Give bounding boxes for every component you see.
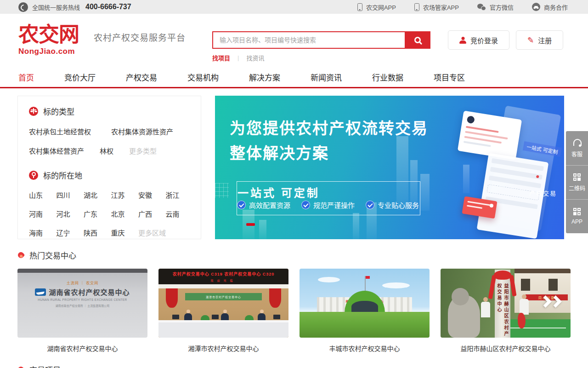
- search-tab-news[interactable]: 找资讯: [246, 53, 264, 62]
- type-link-collective-resources[interactable]: 农村集体资源性资产: [111, 126, 173, 136]
- region-link-more[interactable]: 更多区域: [138, 228, 193, 237]
- region-link[interactable]: 海南: [29, 228, 57, 237]
- subject-region-header: 标的所在地: [29, 169, 201, 181]
- nav-item-bidding-hall[interactable]: 竞价大厅: [64, 71, 96, 83]
- center-photo[interactable]: 农村产权交易中心 C319 农村产权交易中心 C320 欢迎光临 湘潭市农村产权…: [158, 269, 288, 338]
- person: [481, 297, 490, 326]
- monitor: [273, 315, 280, 319]
- hot-centers-title: 热门交易中心: [29, 249, 76, 261]
- cloud: [382, 282, 410, 288]
- topbar-link-wechat[interactable]: 官方微信: [477, 3, 514, 12]
- nav-item-home[interactable]: 首页: [18, 71, 34, 83]
- red-curtain: [269, 288, 281, 308]
- region-link[interactable]: 云南: [166, 209, 193, 218]
- type-link-collective-assets[interactable]: 农村集体经营资产: [29, 146, 84, 155]
- nav-item-news[interactable]: 新闻资讯: [311, 71, 342, 83]
- region-link[interactable]: 四川: [57, 190, 84, 200]
- green-court: [502, 319, 571, 338]
- topbar-link-cooperation[interactable]: 商务合作: [532, 3, 568, 12]
- region-link[interactable]: 北京: [111, 209, 139, 218]
- red-curtain: [166, 288, 178, 308]
- center-card-hunan[interactable]: 土流网 ｜ 农交网 湖南省农村产权交易中心 HUNAN RURAL PROPER…: [17, 269, 147, 353]
- nav-item-industry-data[interactable]: 行业数据: [372, 71, 403, 83]
- sidebar-item-customer-service[interactable]: 客服: [566, 131, 588, 165]
- qrcode-icon: [573, 208, 581, 215]
- nav-item-property-trade[interactable]: 产权交易: [126, 71, 157, 83]
- site-tagline: 农村产权交易服务平台: [94, 31, 186, 67]
- projects-title: 交易项目: [29, 364, 61, 368]
- type-link-forest-rights[interactable]: 林权: [100, 146, 113, 155]
- handshake-icon: [532, 3, 540, 11]
- register-label: 注册: [538, 35, 552, 45]
- logo[interactable]: 农交网 NongJiao.com: [18, 23, 84, 67]
- sidebar-item-app[interactable]: APP: [566, 199, 588, 233]
- center-caption[interactable]: 湖南省农村产权交易中心: [17, 344, 147, 353]
- flag: [366, 276, 370, 279]
- region-link[interactable]: 浙江: [166, 190, 193, 200]
- banner-illustration: 一站式 可定制 产权交易: [458, 109, 559, 236]
- ceiling: [158, 284, 288, 288]
- projects-header: 交易项目: [17, 364, 571, 368]
- center-caption[interactable]: 丰城市农村产权交易中心: [300, 344, 430, 353]
- search-tab-divider: |: [237, 54, 239, 61]
- center-logo-icon: [35, 288, 46, 296]
- monitor: [212, 315, 219, 319]
- feature-item: 高效配置资源: [237, 200, 290, 210]
- region-link[interactable]: 广东: [84, 209, 111, 218]
- region-link[interactable]: 河北: [57, 209, 84, 218]
- green-arch: [345, 291, 385, 314]
- grid-pattern: [215, 183, 229, 198]
- feature-label: 规范严谨操作: [313, 200, 355, 210]
- center-card-yiyang[interactable]: 同心创建 益阳市赫山区农村产权交易中心 益阳市赫山区农村产权交易中心: [441, 269, 571, 353]
- center-caption[interactable]: 湘潭市农村产权交易中心: [158, 344, 288, 353]
- carousel-indicator[interactable]: [246, 223, 255, 226]
- headset-icon: [572, 139, 582, 147]
- topbar-link-app[interactable]: 农交网APP: [357, 3, 396, 12]
- hero-banner[interactable]: 为您提供农村产权流转交易 整体解决方案 一站式 可定制 高效配置资源 规范严谨操…: [215, 96, 564, 239]
- register-button[interactable]: ✎ 注册: [516, 30, 563, 50]
- red-ribbon: [494, 270, 511, 280]
- logo-cn-text: 农交网: [18, 23, 84, 47]
- topbar-link-label: 农交网APP: [366, 3, 396, 12]
- sign-english: HUNAN RURAL PROPERTY RIGHTS EXCHANGE CEN…: [25, 298, 140, 301]
- region-link[interactable]: 辽宁: [57, 228, 84, 237]
- region-link[interactable]: 山东: [29, 190, 57, 200]
- region-link[interactable]: 安徽: [138, 190, 166, 200]
- stone-lion: [448, 295, 480, 338]
- region-link[interactable]: 江苏: [111, 190, 139, 200]
- bid-login-button[interactable]: 竞价登录: [448, 30, 509, 50]
- search-button[interactable]: [405, 31, 430, 49]
- sidebar-item-label: 客服: [571, 150, 582, 158]
- hot-center-cards: 土流网 ｜ 农交网 湖南省农村产权交易中心 HUNAN RURAL PROPER…: [17, 269, 571, 353]
- nav-item-institutions[interactable]: 交易机构: [187, 71, 219, 83]
- search-tabs: 找项目 | 找资讯: [212, 53, 430, 62]
- center-photo[interactable]: 土流网 ｜ 农交网 湖南省农村产权交易中心 HUNAN RURAL PROPER…: [17, 269, 147, 338]
- topbar-link-farm-app[interactable]: 农场管家APP: [414, 3, 459, 12]
- sidebar-item-qrcode[interactable]: 二维码: [566, 165, 588, 199]
- sign-title: 湖南省农村产权交易中心: [25, 287, 140, 297]
- scales-icon: [29, 107, 38, 116]
- region-link[interactable]: 河南: [29, 209, 57, 218]
- center-caption[interactable]: 益阳市赫山区农村产权交易中心: [441, 344, 571, 353]
- region-grid: 山东 四川 湖北 江苏 安徽 浙江 河南 河北 广东 北京 广西 云南 海南 辽…: [29, 190, 201, 237]
- nav-item-project-zone[interactable]: 项目专区: [434, 71, 465, 83]
- red-cloth: [518, 313, 526, 328]
- sign-subline: 湖南省联合产权交易所 ｜ 土流集团有限公司: [25, 304, 140, 308]
- type-link-more[interactable]: 更多类型: [129, 146, 157, 155]
- nav-item-solutions[interactable]: 解决方案: [249, 71, 280, 83]
- topbar-link-label: 农场管家APP: [423, 3, 459, 12]
- region-link[interactable]: 湖北: [84, 190, 111, 200]
- region-link[interactable]: 重庆: [111, 228, 139, 237]
- carousel-next-button[interactable]: [541, 297, 560, 306]
- search-input[interactable]: [212, 31, 405, 49]
- center-photo[interactable]: 丰城市农村产权交易中心: [300, 269, 430, 338]
- region-link[interactable]: 陕西: [84, 228, 111, 237]
- topbar: 全国统一服务热线 400-6666-737 农交网APP 农场管家APP 官方微…: [0, 0, 588, 14]
- banner-title-line2: 整体解决方案: [230, 141, 329, 163]
- region-link[interactable]: 广西: [138, 209, 166, 218]
- search-tab-projects[interactable]: 找项目: [212, 53, 230, 62]
- type-link-land-rights[interactable]: 农村承包土地经营权: [29, 126, 91, 136]
- topbar-link-label: 商务合作: [544, 3, 568, 12]
- center-card-fengcheng[interactable]: 丰城市农村产权交易中心 丰城市农村产权交易中心: [300, 269, 430, 353]
- center-card-xiangtan[interactable]: 农村产权交易中心 C319 农村产权交易中心 C320 欢迎光临 湘潭市农村产权…: [158, 269, 288, 353]
